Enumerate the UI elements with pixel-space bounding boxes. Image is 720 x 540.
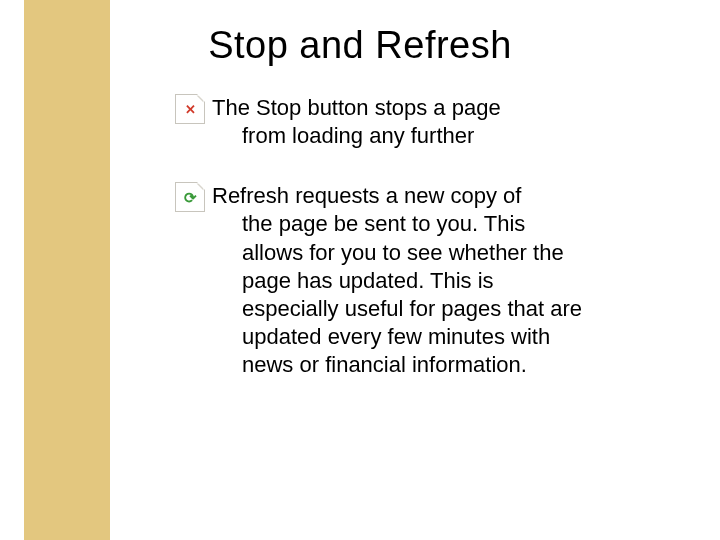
text-line: The Stop button stops a page <box>178 94 588 122</box>
text-line: Refresh requests a new copy of <box>178 182 588 210</box>
refresh-glyph: ⟳ <box>183 190 198 205</box>
bullet-text: The Stop button stops a page from loadin… <box>178 94 588 150</box>
sidebar-accent <box>24 0 110 540</box>
refresh-icon: ⟳ <box>175 182 205 212</box>
slide-title: Stop and Refresh <box>0 24 720 67</box>
x-glyph: ✕ <box>183 102 198 117</box>
text-rest: from loading any further <box>178 122 588 150</box>
text-rest: the page be sent to you. This allows for… <box>178 210 588 379</box>
bullet-item-refresh: ⟳ Refresh requests a new copy of the pag… <box>178 182 588 379</box>
slide-body: ✕ The Stop button stops a page from load… <box>178 94 588 411</box>
bullet-text: Refresh requests a new copy of the page … <box>178 182 588 379</box>
slide: Stop and Refresh ✕ The Stop button stops… <box>0 0 720 540</box>
bullet-item-stop: ✕ The Stop button stops a page from load… <box>178 94 588 150</box>
stop-icon: ✕ <box>175 94 205 124</box>
